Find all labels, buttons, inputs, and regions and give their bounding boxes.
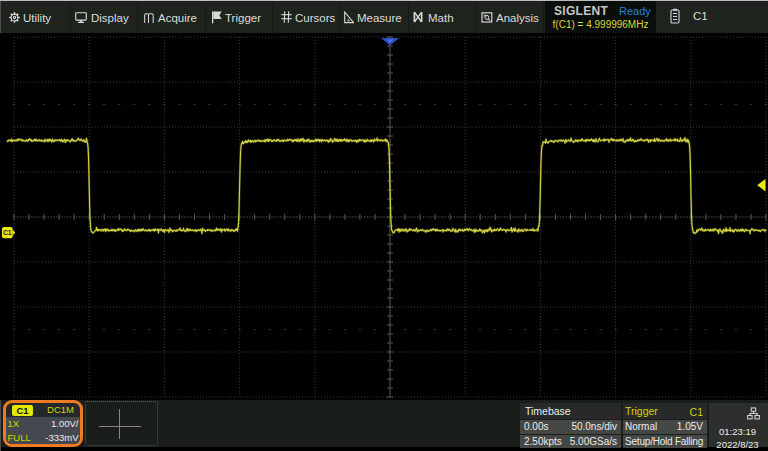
svg-text:C1: C1	[3, 229, 12, 236]
